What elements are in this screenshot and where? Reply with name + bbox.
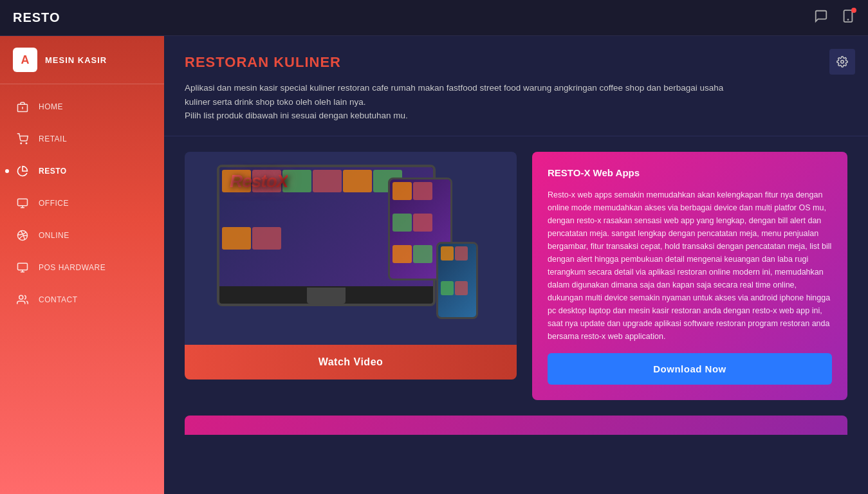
svg-rect-6	[18, 199, 28, 206]
screen-item	[392, 182, 412, 200]
chat-icon[interactable]	[814, 9, 828, 27]
sidebar-label-retail: RETAIL	[39, 134, 67, 143]
main-layout: A MESIN KASIR HOME	[0, 36, 868, 494]
page-desc-2: kuliner serta drink shop toko oleh oleh …	[185, 95, 847, 109]
content-area: RESTORAN KULINER Aplikasi dan mesin kasi…	[164, 36, 868, 494]
download-now-button[interactable]: Download Now	[548, 353, 832, 385]
topbar-icons	[814, 9, 855, 27]
topbar: RESTO	[0, 0, 868, 36]
screen-item	[441, 246, 454, 261]
screen-item	[392, 245, 412, 263]
sidebar: A MESIN KASIR HOME	[0, 36, 164, 494]
screen-item	[313, 170, 342, 192]
office-icon	[15, 196, 30, 210]
page-title: RESTORAN KULINER	[185, 54, 847, 71]
screen-item	[441, 281, 454, 295]
right-card-title: RESTO-X Web Apps	[548, 167, 832, 178]
screen-item	[455, 281, 468, 295]
device-mockup: RestoX	[185, 152, 517, 345]
right-card: RESTO-X Web Apps Resto-x web apps semaki…	[532, 152, 847, 400]
app-logo: RESTO	[13, 10, 60, 25]
sidebar-item-pos-hardware[interactable]: POS HARDWARE	[0, 252, 164, 284]
contact-icon	[15, 293, 30, 307]
sidebar-label-pos-hardware: POS HARDWARE	[39, 263, 106, 272]
screen-item	[343, 170, 372, 192]
svg-point-13	[19, 295, 23, 299]
product-image-box: RestoX	[185, 152, 517, 345]
watch-video-button[interactable]: Watch Video	[185, 345, 517, 380]
sidebar-label-contact: CONTACT	[39, 295, 78, 304]
sidebar-label-home: HOME	[39, 102, 63, 111]
screen-item	[413, 245, 432, 263]
content-body: RestoX Watch Video RESTO-X Web Apps Rest…	[164, 136, 868, 416]
svg-point-4	[21, 143, 22, 144]
screen-item	[222, 227, 251, 250]
left-card: RestoX Watch Video	[185, 152, 517, 400]
screen-item	[413, 182, 432, 200]
sidebar-item-resto[interactable]: RESTO	[0, 155, 164, 187]
svg-point-5	[26, 143, 27, 144]
sidebar-item-office[interactable]: OFFICE	[0, 187, 164, 219]
active-indicator	[5, 169, 9, 173]
sidebar-item-contact[interactable]: CONTACT	[0, 284, 164, 316]
screen-item	[392, 214, 412, 232]
screen-item	[413, 214, 432, 232]
sidebar-label-office: OFFICE	[39, 199, 69, 208]
pie-icon	[15, 164, 30, 178]
tablet-icon[interactable]	[841, 9, 855, 27]
phone-device	[436, 242, 478, 319]
notification-dot	[851, 8, 856, 13]
resto-x-logo: RestoX	[230, 171, 288, 192]
right-card-description: Resto-x web apps semakin memudahkan akan…	[548, 188, 832, 343]
online-icon	[15, 228, 30, 242]
sidebar-label-online: ONLINE	[39, 231, 69, 240]
sidebar-item-online[interactable]: ONLINE	[0, 219, 164, 252]
phone-screen	[438, 244, 476, 317]
cart-icon	[15, 132, 30, 146]
svg-rect-10	[18, 263, 28, 270]
bottom-partial-card	[185, 416, 847, 435]
monitor-icon	[15, 261, 30, 275]
screen-item	[455, 246, 468, 261]
sidebar-nav: HOME RETAIL RESTO	[0, 84, 164, 494]
brand-icon: A	[13, 48, 37, 72]
sidebar-item-home[interactable]: HOME	[0, 91, 164, 123]
brand-name: MESIN KASIR	[45, 55, 107, 65]
sidebar-brand: A MESIN KASIR	[0, 36, 164, 84]
monitor-stand	[307, 288, 346, 304]
page-desc-1: Aplikasi dan mesin kasir special kuliner…	[185, 81, 847, 95]
settings-button[interactable]	[829, 49, 855, 75]
page-desc-3: Pilih list produk dibawah ini sesuai den…	[185, 109, 847, 123]
sidebar-label-resto: RESTO	[39, 167, 67, 176]
home-icon	[15, 100, 30, 114]
svg-point-14	[841, 60, 844, 64]
screen-item	[252, 227, 281, 250]
sidebar-item-retail[interactable]: RETAIL	[0, 123, 164, 155]
content-header: RESTORAN KULINER Aplikasi dan mesin kasi…	[164, 36, 868, 136]
